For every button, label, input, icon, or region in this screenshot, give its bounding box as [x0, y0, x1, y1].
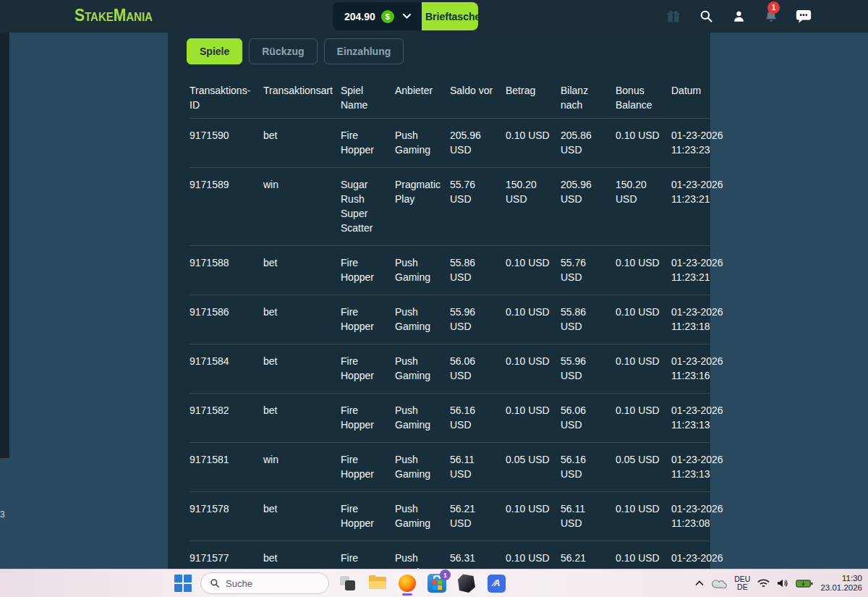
taskbar-apps: Suche 1 ∕A [174, 570, 507, 597]
table-cell: 0.05 USD [616, 452, 665, 481]
table-cell: 9171582 [190, 403, 259, 432]
taskbar-search-label: Suche [226, 578, 252, 589]
table-cell: Fire Hopper [341, 305, 388, 334]
table-cell: Push Gaming [395, 354, 446, 383]
table-row: 9171578betFire HopperPush Gaming56.21 US… [190, 491, 710, 541]
table-cell: 205.96 USD [561, 177, 607, 235]
top-navbar: StakeMania 204.90 $ Brieftasche [0, 0, 868, 33]
table-cell: 55.96 USD [561, 354, 607, 383]
table-cell: 56.11 USD [561, 501, 607, 530]
stakemania-logo[interactable]: StakeMania [75, 6, 153, 25]
notification-badge: 1 [767, 1, 780, 14]
table-cell: 56.16 USD [450, 403, 496, 432]
chat-icon[interactable] [796, 9, 812, 25]
wifi-icon[interactable] [757, 579, 770, 588]
table-cell: 0.10 USD [616, 501, 665, 530]
tray-time: 11:30 [820, 574, 862, 583]
taskbar-search-input[interactable]: Suche [200, 572, 329, 594]
table-cell: 0.10 USD [506, 128, 553, 157]
table-row: 9171582betFire HopperPush Gaming56.16 US… [190, 393, 710, 442]
tray-chevron-up-icon[interactable] [695, 580, 704, 586]
gift-icon[interactable] [665, 9, 681, 25]
table-row: 9171588betFire HopperPush Gaming55.86 US… [190, 245, 710, 295]
table-cell: Push Gaming [395, 501, 446, 530]
table-cell: Push Gaming [395, 128, 446, 157]
tab-einzahlung[interactable]: Einzahlung [324, 38, 404, 64]
table-cell: 150.20 USD [506, 177, 553, 235]
microsoft-store-icon[interactable]: 1 [426, 572, 448, 594]
table-cell: 55.96 USD [450, 305, 496, 334]
table-cell: 55.76 USD [561, 255, 607, 284]
wallet-button[interactable]: Brieftasche [422, 2, 478, 30]
column-header: Datum [671, 83, 738, 112]
chevron-down-icon [403, 14, 411, 19]
table-body: 9171590betFire HopperPush Gaming205.96 U… [190, 118, 710, 590]
file-explorer-icon[interactable] [367, 572, 388, 594]
table-cell: bet [263, 501, 338, 530]
tab-rueckzug[interactable]: Rückzug [249, 38, 317, 64]
navbar-icons [665, 0, 812, 33]
column-header: Betrag [506, 83, 553, 112]
task-view-icon[interactable] [337, 572, 359, 594]
table-cell: 9171590 [190, 128, 259, 157]
table-cell: 9171578 [190, 501, 259, 530]
language-indicator[interactable]: DEU DE [734, 575, 750, 591]
table-cell: bet [263, 128, 338, 157]
table-cell: 01-23-2026 11:23:08 [671, 501, 738, 530]
table-cell: bet [263, 354, 338, 383]
dollar-coin-icon: $ [381, 10, 394, 23]
column-header: Transaktionsart [263, 83, 338, 112]
stray-badge: 3 [0, 509, 5, 520]
table-cell: 55.76 USD [450, 177, 496, 235]
column-header: Transaktions-ID [190, 83, 259, 112]
battery-icon[interactable] [796, 579, 813, 588]
table-cell: 9171586 [190, 305, 259, 334]
search-icon [210, 578, 220, 588]
balance-dropdown[interactable]: 204.90 $ [333, 2, 422, 30]
table-cell: 56.16 USD [561, 452, 607, 481]
firefox-icon[interactable] [396, 572, 418, 594]
table-cell: 0.10 USD [616, 255, 665, 284]
table-cell: 0.10 USD [506, 305, 553, 334]
table-cell: 56.06 USD [450, 354, 496, 383]
profile-icon[interactable] [731, 9, 746, 25]
tab-spiele[interactable]: Spiele [187, 38, 242, 64]
table-cell: 0.10 USD [506, 354, 553, 383]
table-cell: 0.10 USD [616, 128, 665, 157]
table-cell: 56.11 USD [450, 452, 496, 481]
table-cell: 9171581 [190, 452, 259, 481]
column-header: Spiel Name [341, 83, 388, 112]
table-cell: Fire Hopper [341, 128, 388, 157]
table-cell: bet [263, 255, 338, 284]
table-row: 9171589winSugar Rush Super ScatterPragma… [190, 167, 710, 245]
store-notification-badge: 1 [440, 570, 451, 580]
table-cell: 0.10 USD [506, 403, 553, 432]
volume-icon[interactable] [777, 578, 788, 588]
table-cell: bet [263, 403, 338, 432]
table-cell: Fire Hopper [341, 255, 388, 284]
clock-date[interactable]: 11:30 23.01.2026 [820, 574, 862, 593]
blue-ia-app-icon[interactable]: ∕A [485, 572, 507, 594]
table-cell: 0.10 USD [616, 403, 665, 432]
table-cell: Fire Hopper [341, 403, 388, 432]
table-cell: 01-23-2026 11:23:21 [671, 255, 738, 284]
windows-taskbar: Suche 1 ∕A DEU DE 11:30 [0, 569, 868, 597]
balance-amount: 204.90 [344, 11, 375, 22]
onedrive-cloud-icon[interactable] [711, 578, 727, 588]
transaction-tabs: Spiele Rückzug Einzahlung [187, 38, 710, 64]
table-cell: 0.10 USD [506, 501, 553, 530]
table-cell: 9171588 [190, 255, 259, 284]
obsidian-icon[interactable] [456, 572, 477, 594]
left-edge-strip [0, 33, 9, 458]
start-button-icon[interactable] [174, 574, 192, 593]
table-cell: 56.21 USD [450, 501, 496, 530]
table-cell: 9171584 [190, 354, 259, 383]
table-cell: 9171589 [190, 177, 259, 235]
column-header: Anbieter [395, 83, 446, 112]
table-cell: 01-23-2026 11:23:21 [671, 177, 738, 235]
table-row: 9171581winFire HopperPush Gaming56.11 US… [190, 442, 710, 491]
column-header: Saldo vor [450, 83, 496, 112]
table-cell: 0.10 USD [506, 255, 553, 284]
search-icon[interactable] [698, 9, 714, 25]
table-cell: Push Gaming [395, 305, 446, 334]
